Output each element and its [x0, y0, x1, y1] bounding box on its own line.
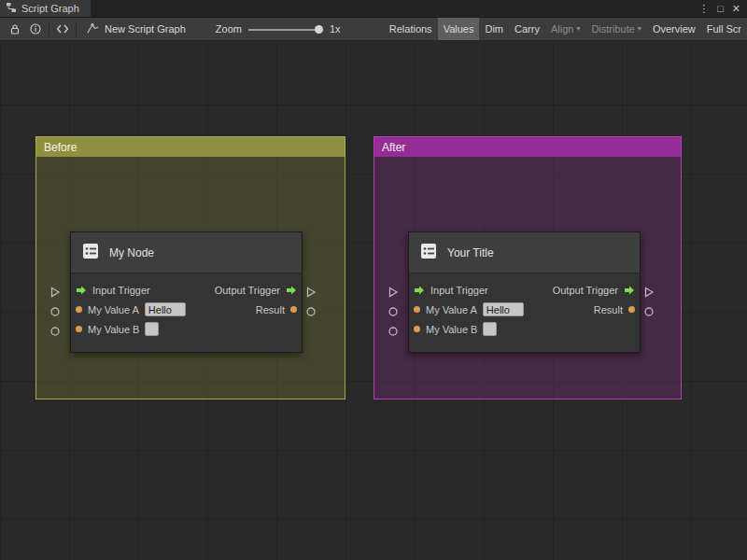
graph-toolbar: New Script Graph Zoom 1x Relations Value… — [0, 18, 747, 41]
chevron-down-icon: ▾ — [638, 25, 641, 33]
external-value-port-circle[interactable] — [305, 304, 317, 315]
value-output-port[interactable] — [290, 306, 297, 313]
external-value-port-circle[interactable] — [388, 324, 399, 335]
port-row: My Value A Result — [409, 300, 640, 319]
port-row: Input Trigger Output Trigger — [409, 280, 640, 300]
port-label: Result — [594, 304, 623, 315]
toolbar-toggle-buttons: Relations Values Dim Carry Align▾ Distri… — [384, 18, 747, 41]
external-flow-port-triangle[interactable] — [388, 285, 399, 296]
port-label: Output Trigger — [553, 285, 618, 296]
maximize-icon[interactable]: □ — [717, 3, 724, 14]
flow-output-port[interactable] — [286, 285, 297, 296]
close-icon[interactable]: ✕ — [732, 3, 740, 15]
window-controls: ⋮ □ ✕ — [698, 0, 747, 17]
lock-icon[interactable] — [5, 18, 25, 41]
toolbar-separator — [49, 22, 49, 36]
port-label: My Value B — [88, 324, 139, 335]
node-body: Input Trigger Output Trigger My Value A … — [71, 273, 302, 352]
value-input-port[interactable] — [76, 326, 82, 332]
node-my-node-header[interactable]: My Node — [71, 232, 302, 273]
graph-file-icon — [87, 22, 99, 35]
port-label: Result — [256, 304, 285, 315]
value-a-field[interactable] — [145, 302, 186, 316]
values-button[interactable]: Values — [438, 18, 480, 41]
port-row: My Value B — [409, 319, 640, 339]
flow-output-port[interactable] — [624, 285, 635, 296]
value-b-field[interactable] — [483, 322, 497, 336]
overview-button[interactable]: Overview — [647, 18, 701, 41]
zoom-label: Zoom — [216, 23, 242, 35]
toolbar-separator — [76, 22, 77, 36]
flow-input-port[interactable] — [76, 285, 87, 296]
zoom-slider-track — [248, 29, 323, 31]
port-label: Input Trigger — [92, 285, 150, 296]
tab-script-graph[interactable]: Script Graph — [0, 0, 91, 17]
carry-button[interactable]: Carry — [509, 18, 545, 41]
external-value-port-circle[interactable] — [49, 324, 61, 335]
full-screen-button[interactable]: Full Scr — [701, 18, 747, 41]
value-output-port[interactable] — [628, 306, 635, 313]
unity-graph-window: Script Graph ⋮ □ ✕ New Script Graph Zoom — [0, 0, 747, 560]
relations-button[interactable]: Relations — [384, 18, 438, 41]
port-label: Output Trigger — [215, 285, 280, 296]
code-brackets-icon[interactable] — [52, 18, 73, 41]
distribute-dropdown[interactable]: Distribute▾ — [585, 18, 646, 41]
port-row: My Value A Result — [71, 300, 302, 319]
graph-canvas[interactable]: Before After My Node Input Trigger — [0, 41, 747, 560]
port-row: My Value B — [71, 319, 302, 339]
unit-icon — [80, 241, 101, 264]
align-dropdown[interactable]: Align▾ — [545, 18, 585, 41]
port-label: My Value B — [426, 324, 477, 335]
value-a-field[interactable] — [483, 302, 524, 316]
chevron-down-icon: ▾ — [576, 25, 580, 33]
external-value-port-circle[interactable] — [643, 304, 655, 315]
value-input-port[interactable] — [414, 326, 420, 332]
new-script-graph-label: New Script Graph — [105, 23, 186, 35]
unit-icon — [418, 241, 439, 264]
value-input-port[interactable] — [414, 306, 420, 313]
tab-title: Script Graph — [21, 3, 79, 14]
zoom-slider-knob[interactable] — [315, 25, 323, 34]
group-after-header[interactable]: After — [374, 137, 681, 157]
info-icon[interactable] — [25, 18, 46, 41]
kebab-menu-icon[interactable]: ⋮ — [698, 3, 709, 15]
flow-input-port[interactable] — [414, 285, 425, 296]
external-flow-port-triangle[interactable] — [305, 285, 317, 296]
external-flow-port-triangle[interactable] — [49, 285, 61, 296]
node-title: My Node — [109, 246, 154, 259]
port-label: My Value A — [426, 304, 477, 315]
value-input-port[interactable] — [76, 306, 82, 313]
node-body: Input Trigger Output Trigger My Value A … — [409, 273, 640, 352]
node-your-title[interactable]: Your Title Input Trigger Output Trigger — [408, 231, 641, 353]
zoom-value: 1x — [330, 23, 341, 35]
titlebar: Script Graph ⋮ □ ✕ — [0, 0, 747, 18]
external-value-port-circle[interactable] — [388, 304, 399, 315]
external-flow-port-triangle[interactable] — [643, 285, 655, 296]
group-before-header[interactable]: Before — [36, 137, 345, 157]
node-your-title-header[interactable]: Your Title — [409, 232, 640, 273]
node-title: Your Title — [447, 246, 494, 259]
port-label: My Value A — [88, 304, 139, 315]
value-b-field[interactable] — [145, 322, 159, 336]
port-label: Input Trigger — [430, 285, 488, 296]
new-script-graph-button[interactable]: New Script Graph — [79, 18, 193, 41]
dim-button[interactable]: Dim — [479, 18, 509, 41]
port-row: Input Trigger Output Trigger — [71, 280, 302, 300]
zoom-slider[interactable] — [248, 18, 323, 41]
script-graph-tab-icon — [6, 2, 17, 15]
node-my-node[interactable]: My Node Input Trigger Output Trigger — [70, 231, 303, 353]
external-value-port-circle[interactable] — [49, 304, 61, 315]
